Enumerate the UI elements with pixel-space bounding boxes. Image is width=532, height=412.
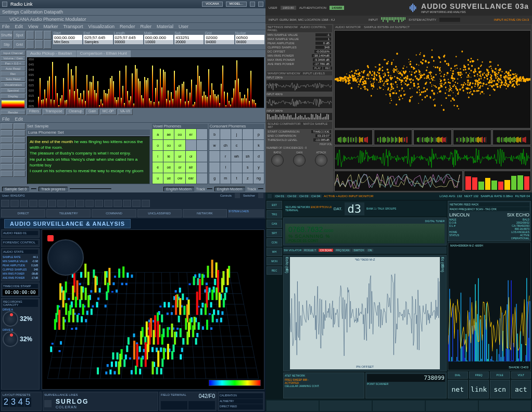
menu-icon[interactable] bbox=[268, 194, 272, 198]
phoneme-oo[interactable]: oo bbox=[163, 140, 174, 150]
toolbar-icon[interactable] bbox=[113, 200, 122, 207]
menu-visualization[interactable]: Visualization bbox=[88, 24, 115, 29]
tab[interactable]: Comparison - Ethan Hunt bbox=[77, 50, 131, 57]
tf-value[interactable]: 00500 bbox=[235, 35, 264, 40]
circle-icon[interactable] bbox=[44, 400, 52, 407]
rec-button[interactable]: REC bbox=[323, 67, 332, 70]
phoneme-z[interactable]: z bbox=[243, 173, 253, 184]
phoneme-e[interactable]: e bbox=[153, 162, 163, 173]
tf-value[interactable]: 000;00.000 bbox=[144, 35, 173, 40]
switch-button[interactable]: SWITCH bbox=[352, 249, 365, 252]
menu-marker[interactable]: Marker bbox=[43, 24, 58, 29]
phoneme-ur[interactable]: ur bbox=[174, 151, 185, 161]
toolbar-icon[interactable] bbox=[95, 200, 103, 207]
side-btn-trg[interactable]: TRG bbox=[267, 210, 282, 218]
toolbar-icon[interactable] bbox=[67, 200, 75, 207]
phoneme-oo[interactable]: oo bbox=[174, 129, 185, 139]
spectral-button[interactable]: Spectral bbox=[1, 88, 26, 93]
mode-shuffle[interactable]: Shuffle bbox=[1, 31, 13, 40]
knob-attack[interactable] bbox=[315, 154, 327, 166]
toolbar-icon[interactable] bbox=[76, 200, 84, 207]
badge-model[interactable]: MODEL... bbox=[226, 2, 247, 7]
netlink-act[interactable]: act bbox=[511, 380, 531, 398]
toolbar-icon[interactable] bbox=[10, 200, 19, 207]
tool-icon[interactable] bbox=[35, 31, 43, 40]
side-btn-est[interactable]: EST bbox=[267, 201, 282, 209]
phoneme-a[interactable]: a bbox=[153, 129, 163, 139]
side-solo-read[interactable]: Solo Read bbox=[1, 76, 26, 82]
phoneme-[interactable] bbox=[243, 129, 253, 139]
tool-icon[interactable] bbox=[1, 157, 13, 163]
tool-icon[interactable] bbox=[27, 31, 34, 40]
channel-tab[interactable]: CH 01 bbox=[274, 195, 286, 198]
tf-value[interactable]: 025;57.645 bbox=[83, 35, 112, 40]
menu-user[interactable]: User bbox=[179, 24, 188, 29]
phoneme-s[interactable]: s bbox=[243, 162, 253, 173]
close-icon[interactable] bbox=[258, 2, 263, 7]
track-icon[interactable] bbox=[258, 188, 263, 189]
footer-panel[interactable]: CALIBRATION bbox=[219, 393, 263, 398]
scatter-plot[interactable] bbox=[334, 30, 531, 128]
toolbar-icon[interactable] bbox=[1, 200, 9, 207]
footer-panel[interactable]: DIRECT FEED bbox=[219, 404, 263, 409]
phoneme-ow[interactable]: ow bbox=[174, 173, 185, 184]
tf-value[interactable]: 433251 bbox=[174, 35, 204, 40]
channel-tab[interactable]: CH 02 bbox=[286, 195, 298, 198]
tab-direct[interactable]: DIRECT bbox=[1, 209, 45, 217]
phoneme-[interactable] bbox=[197, 162, 207, 173]
toolbar-icon[interactable] bbox=[142, 200, 150, 207]
phoneme-[interactable] bbox=[209, 162, 220, 173]
side-volume-gain[interactable]: Volume / Gain bbox=[1, 56, 26, 61]
phoneme-[interactable] bbox=[231, 162, 242, 173]
toolbar-icon[interactable] bbox=[132, 200, 141, 207]
phoneme-t[interactable]: t bbox=[231, 173, 242, 184]
toolbar-icon[interactable] bbox=[104, 200, 112, 207]
phoneme-g[interactable]: g bbox=[209, 173, 220, 184]
tf-value[interactable]: 025;57.645 bbox=[114, 35, 143, 40]
tool-icon[interactable] bbox=[35, 40, 43, 49]
preset-4[interactable]: 4 bbox=[17, 397, 24, 407]
side-btn-srt[interactable]: SRT bbox=[267, 229, 282, 237]
phoneme-[interactable] bbox=[186, 140, 196, 150]
tab-telemetry[interactable]: TELEMETRY bbox=[46, 209, 91, 217]
side-btn-con[interactable]: CON bbox=[267, 238, 282, 247]
mode-slip[interactable]: Slip bbox=[1, 40, 13, 49]
phoneme-ear[interactable]: ear bbox=[186, 173, 196, 184]
menu-ruler[interactable]: Ruler bbox=[141, 24, 152, 29]
tab-network[interactable]: NETWORK bbox=[183, 209, 227, 217]
script-text[interactable]: At the end of the month he was flinging … bbox=[27, 136, 150, 184]
spectrum-analyzer[interactable]: MAIN=8390834 M-Z -6600H SHADE CH03 bbox=[448, 242, 531, 370]
mode-grid[interactable]: Grid bbox=[14, 40, 26, 49]
phoneme-w[interactable]: w bbox=[209, 140, 220, 150]
phoneme-[interactable] bbox=[197, 173, 207, 184]
toolbar-icon[interactable] bbox=[57, 200, 66, 207]
phoneme-air[interactable]: air bbox=[186, 162, 196, 173]
frq-scan-button[interactable]: FRQ SCAN bbox=[334, 249, 351, 252]
phoneme-b[interactable]: b bbox=[209, 129, 220, 139]
tool-icon[interactable] bbox=[1, 150, 13, 157]
menu-file[interactable]: File bbox=[2, 24, 10, 29]
tool-icon[interactable] bbox=[1, 144, 13, 150]
rogue-button[interactable]: ROGUE 7 bbox=[302, 249, 318, 252]
tf-value[interactable]: 000;00.000 bbox=[53, 35, 82, 40]
netlink-link[interactable]: link bbox=[469, 380, 489, 398]
phoneme-or[interactable]: or bbox=[174, 162, 185, 173]
tool-icon[interactable] bbox=[14, 137, 26, 143]
phoneme-oi[interactable]: oi bbox=[174, 140, 185, 150]
tool-icon[interactable] bbox=[14, 144, 26, 150]
drive-a-dial[interactable] bbox=[3, 311, 18, 327]
track-dropdown-1[interactable]: English Modern bbox=[163, 187, 194, 191]
phoneme-ae[interactable]: ae bbox=[163, 129, 174, 139]
menu-render[interactable]: Render bbox=[120, 24, 135, 29]
toolbar-icon[interactable] bbox=[20, 200, 28, 207]
tool-icon[interactable] bbox=[14, 171, 26, 177]
toolbar-icon[interactable] bbox=[85, 200, 94, 207]
netlink-net[interactable]: net bbox=[448, 380, 468, 398]
footer-panel[interactable]: ALTIMETRY bbox=[219, 399, 263, 404]
phoneme-[interactable] bbox=[209, 151, 220, 161]
toolbar-icon[interactable] bbox=[39, 200, 47, 207]
fx-mc-0p[interactable]: MC-0P bbox=[100, 109, 117, 115]
render-button[interactable]: Render bbox=[1, 110, 26, 115]
knob-gain[interactable] bbox=[293, 154, 306, 166]
fx-gain[interactable]: Gain bbox=[86, 109, 99, 115]
